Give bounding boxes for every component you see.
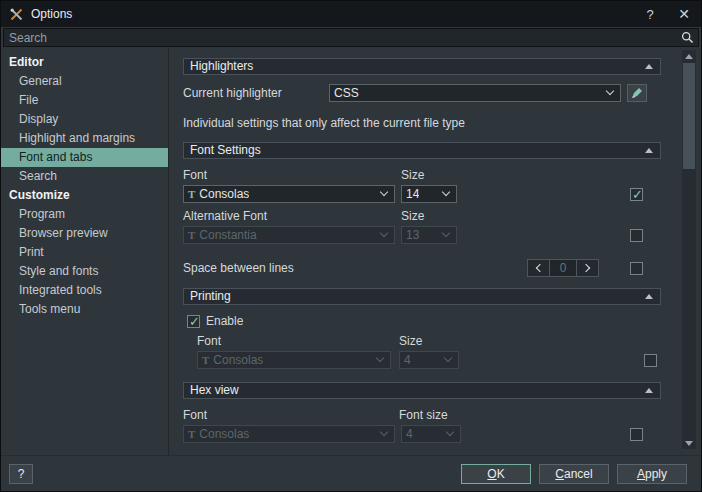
- sidebar-item-display[interactable]: Display: [1, 110, 168, 129]
- vertical-scrollbar[interactable]: [682, 50, 696, 449]
- sidebar-item-highlight-margins[interactable]: Highlight and margins: [1, 129, 168, 148]
- sidebar-item-browser-preview[interactable]: Browser preview: [1, 224, 168, 243]
- printing-row-checkbox[interactable]: [644, 354, 657, 367]
- font-icon: T: [188, 230, 195, 241]
- sidebar-item-search[interactable]: Search: [1, 167, 168, 186]
- apply-button[interactable]: Apply: [617, 464, 687, 484]
- chevron-down-icon: [442, 188, 450, 196]
- printing-enable-checkbox[interactable]: [187, 315, 200, 328]
- search-input[interactable]: [4, 29, 698, 46]
- alternative-font-label: Alternative Font: [183, 209, 401, 223]
- collapse-arrow-icon: [645, 294, 653, 299]
- hex-font-row: T Consolas 4: [183, 425, 661, 443]
- current-highlighter-label: Current highlighter: [183, 86, 329, 100]
- printing-font-value: Consolas: [213, 353, 263, 367]
- sidebar-item-style-and-fonts[interactable]: Style and fonts: [1, 262, 168, 281]
- alt-font-row: T Constantia 13: [183, 226, 661, 244]
- collapse-arrow-icon: [645, 64, 653, 69]
- brush-icon: [631, 87, 643, 99]
- sidebar-item-program[interactable]: Program: [1, 205, 168, 224]
- search-icon: [681, 31, 694, 47]
- hex-font-size-label: Font size: [399, 408, 448, 422]
- space-between-lines-row: Space between lines 0: [183, 259, 661, 277]
- hex-row-checkbox[interactable]: [630, 428, 643, 441]
- space-between-lines-stepper: 0: [527, 259, 599, 277]
- printing-font-label: Font: [197, 334, 399, 348]
- font-enabled-checkbox[interactable]: [630, 188, 643, 201]
- titlebar-help-button[interactable]: ?: [633, 1, 667, 27]
- highlighter-note: Individual settings that only affect the…: [183, 116, 661, 130]
- space-between-lines-checkbox[interactable]: [630, 262, 643, 275]
- search-bar: [3, 28, 699, 47]
- hex-font-value: Consolas: [199, 427, 249, 441]
- sidebar: Editor General File Display Highlight an…: [1, 48, 169, 455]
- alt-size-label: Size: [401, 209, 424, 223]
- options-window: Options ? ✕ Editor General File Display …: [0, 0, 702, 492]
- font-size-value: 14: [406, 187, 419, 201]
- sidebar-item-font-and-tabs[interactable]: Font and tabs: [1, 148, 168, 167]
- sidebar-item-tools-menu[interactable]: Tools menu: [1, 300, 168, 319]
- font-icon: T: [188, 429, 195, 440]
- chevron-down-icon: [380, 428, 388, 436]
- sidebar-group-customize: Customize: [1, 186, 168, 205]
- printing-font-row: T Consolas 4: [197, 351, 661, 369]
- cancel-button[interactable]: Cancel: [539, 464, 609, 484]
- printing-enable-row: Enable: [183, 314, 661, 328]
- hex-font-size-select: 4: [401, 425, 461, 443]
- sidebar-group-editor: Editor: [1, 53, 168, 72]
- section-title-printing: Printing: [190, 289, 231, 303]
- hex-font-label: Font: [183, 408, 399, 422]
- settings-panel: Highlighters Current highlighter CSS Ind…: [169, 48, 679, 455]
- current-highlighter-select[interactable]: CSS: [329, 84, 621, 102]
- alternative-font-enabled-checkbox[interactable]: [630, 229, 643, 242]
- font-icon: T: [202, 355, 209, 366]
- ok-button[interactable]: OK: [461, 464, 531, 484]
- font-row: T Consolas 14: [183, 185, 661, 203]
- chevron-down-icon: [446, 428, 454, 436]
- help-button[interactable]: ?: [9, 464, 33, 484]
- printing-labels-row: Font Size: [197, 334, 661, 348]
- font-label: Font: [183, 168, 401, 182]
- font-size-select[interactable]: 14: [401, 185, 457, 203]
- chevron-down-icon: [444, 354, 452, 362]
- font-value: Consolas: [199, 187, 249, 201]
- printing-enable-label: Enable: [206, 314, 243, 328]
- printing-font-size-select: 4: [399, 351, 459, 369]
- chevron-down-icon: [606, 87, 614, 95]
- section-header-hex-view[interactable]: Hex view: [183, 382, 661, 399]
- arrow-up-icon: [685, 54, 693, 59]
- stepper-value: 0: [549, 260, 577, 276]
- app-icon: [9, 7, 24, 22]
- close-button[interactable]: ✕: [667, 1, 701, 27]
- section-title-highlighters: Highlighters: [190, 59, 253, 73]
- section-header-printing[interactable]: Printing: [183, 288, 661, 305]
- alternative-font-value: Constantia: [199, 228, 256, 242]
- chevron-left-icon: [536, 264, 544, 272]
- highlighter-editor-button[interactable]: [627, 84, 647, 102]
- sidebar-item-integrated-tools[interactable]: Integrated tools: [1, 281, 168, 300]
- stepper-decrement-button[interactable]: [528, 260, 549, 276]
- chevron-right-icon: [582, 264, 590, 272]
- stepper-increment-button[interactable]: [577, 260, 598, 276]
- hex-font-size-value: 4: [406, 427, 413, 441]
- section-header-highlighters[interactable]: Highlighters: [183, 58, 661, 75]
- sidebar-item-print[interactable]: Print: [1, 243, 168, 262]
- sidebar-item-file[interactable]: File: [1, 91, 168, 110]
- sidebar-item-general[interactable]: General: [1, 72, 168, 91]
- font-labels-row: Font Size: [183, 168, 661, 182]
- font-select[interactable]: T Consolas: [183, 185, 395, 203]
- scroll-down-button[interactable]: [682, 437, 696, 449]
- window-title: Options: [31, 7, 72, 21]
- current-highlighter-row: Current highlighter CSS: [183, 84, 661, 102]
- section-title-font-settings: Font Settings: [190, 143, 261, 157]
- space-between-lines-label: Space between lines: [183, 261, 294, 275]
- section-title-hex-view: Hex view: [190, 383, 239, 397]
- section-header-font-settings[interactable]: Font Settings: [183, 142, 661, 159]
- alternative-font-select: T Constantia: [183, 226, 395, 244]
- arrow-down-icon: [685, 441, 693, 446]
- alternative-font-size-value: 13: [406, 228, 419, 242]
- alternative-font-size-select: 13: [401, 226, 457, 244]
- collapse-arrow-icon: [645, 148, 653, 153]
- scroll-up-button[interactable]: [682, 50, 696, 62]
- scrollbar-thumb[interactable]: [683, 63, 695, 169]
